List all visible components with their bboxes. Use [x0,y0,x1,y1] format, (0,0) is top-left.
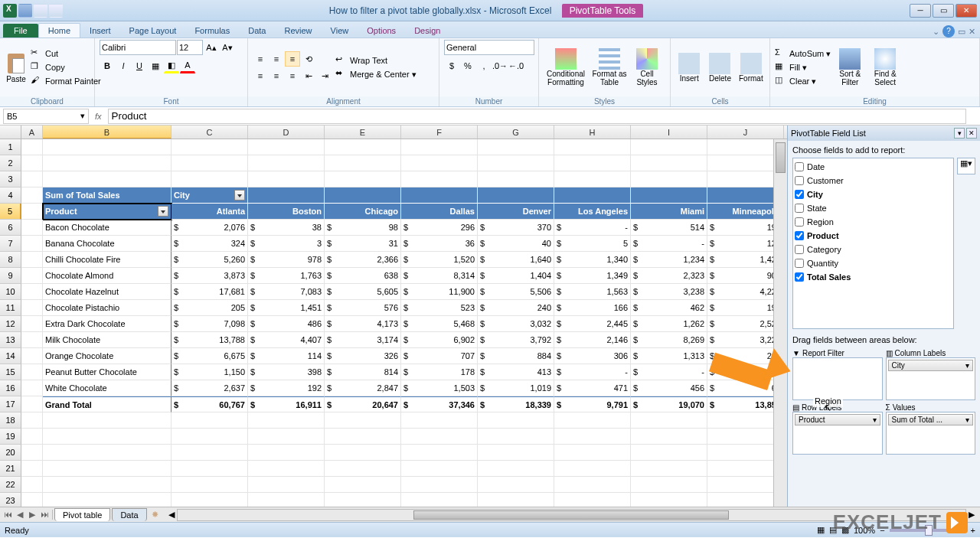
currency-symbol[interactable]: $ [707,220,721,236]
field-item[interactable]: Quantity [795,256,952,270]
cell[interactable] [325,139,401,155]
currency-symbol[interactable]: $ [172,332,185,348]
cell[interactable] [401,412,478,429]
pivot-value[interactable]: - [645,364,707,380]
pivot-value[interactable]: 4,407 [262,332,325,348]
currency-symbol[interactable]: $ [248,332,262,348]
field-item[interactable]: Customer [795,174,952,187]
filter-dropdown-icon[interactable] [158,206,168,217]
row-header[interactable]: 18 [0,412,21,429]
row-labels-area[interactable]: Product▾ [792,412,883,455]
field-item[interactable]: Date [795,160,952,174]
pivot-grand-total-label[interactable]: Grand Total [43,396,172,412]
chevron-down-icon[interactable]: ▾ [873,416,877,424]
currency-symbol[interactable]: $ [631,268,645,284]
cell[interactable] [401,155,478,171]
align-bottom-icon[interactable]: ≡ [285,51,300,67]
pivot-column-header[interactable]: Boston [248,204,325,220]
cell[interactable] [554,493,631,507]
currency-symbol[interactable]: $ [401,316,415,332]
currency-symbol[interactable]: $ [478,284,492,300]
pivot-value[interactable]: 240 [492,300,554,316]
cell[interactable] [21,236,43,252]
cell[interactable] [478,461,554,477]
currency-symbol[interactable]: $ [248,268,262,284]
increase-font-icon[interactable]: A▴ [204,40,219,55]
pivot-value[interactable]: - [645,236,707,252]
currency-symbol[interactable]: $ [248,396,262,412]
find-select-button[interactable]: Find & Select [869,48,901,86]
pivot-value[interactable]: 370 [492,220,554,236]
cell[interactable] [172,493,248,507]
cell[interactable] [631,429,707,445]
chevron-down-icon[interactable]: ▾ [965,416,969,424]
new-sheet-icon[interactable]: ✸ [147,510,163,520]
column-header[interactable]: I [631,126,707,139]
currency-symbol[interactable]: $ [478,364,492,380]
currency-symbol[interactable]: $ [707,300,721,316]
pane-close-icon[interactable]: ✕ [966,128,977,139]
cell[interactable] [172,171,248,187]
currency-symbol[interactable]: $ [325,364,338,380]
pivot-value[interactable]: 166 [568,300,631,316]
currency-symbol[interactable]: $ [248,364,262,380]
cell[interactable] [401,493,478,507]
last-sheet-icon[interactable]: ⏭ [38,510,51,520]
minimize-ribbon-icon[interactable]: ⌄ [933,27,939,37]
filter-dropdown-icon[interactable] [234,190,245,201]
pivot-value[interactable]: 3,792 [492,332,554,348]
zoom-in-icon[interactable]: + [971,526,975,535]
pivot-value[interactable]: 1,563 [568,284,631,300]
currency-symbol[interactable]: $ [478,220,492,236]
decrease-font-icon[interactable]: A▾ [220,40,235,55]
cell[interactable] [172,445,248,461]
decrease-indent-icon[interactable]: ⇤ [301,68,316,83]
cell[interactable] [248,477,325,493]
currency-symbol[interactable]: $ [631,252,645,268]
number-format-combo[interactable] [444,40,534,55]
conditional-formatting-button[interactable]: Conditional Formatting [544,48,588,86]
cell[interactable] [631,155,707,171]
currency-symbol[interactable]: $ [554,268,568,284]
pivot-row-label[interactable]: Chocolate Almond [43,268,172,284]
cell[interactable] [401,171,478,187]
align-left-icon[interactable]: ≡ [253,68,268,83]
cell[interactable] [554,477,631,493]
cell[interactable] [21,204,43,220]
pivot-value[interactable]: 1,404 [492,268,554,284]
maximize-button[interactable]: ▭ [933,4,954,18]
pivot-value[interactable]: 31 [338,236,401,252]
pivot-value[interactable]: 1,640 [492,252,554,268]
cell[interactable] [43,412,172,429]
cell[interactable] [401,429,478,445]
tab-review[interactable]: Review [275,24,321,37]
cell[interactable] [21,493,43,507]
pivot-row-label[interactable]: Bacon Chocolate [43,220,172,236]
pivot-value[interactable]: 3,032 [492,316,554,332]
row-header[interactable]: 16 [0,380,21,396]
pivot-value[interactable]: 114 [262,348,325,364]
cell[interactable] [631,187,707,204]
save-icon[interactable] [18,4,32,18]
fill-color-button[interactable]: ◧ [164,58,179,73]
column-labels-area[interactable]: City▾ [886,357,976,400]
pivot-row-label[interactable]: Orange Chocolate [43,348,172,364]
delete-cells-button[interactable]: Delete [706,53,733,83]
window-restore-icon[interactable]: ▭ [958,27,965,37]
cell[interactable] [554,461,631,477]
cell[interactable] [172,429,248,445]
field-item[interactable]: State [795,201,952,215]
currency-symbol[interactable]: $ [401,332,415,348]
pivot-value[interactable]: 2,637 [185,380,248,396]
cell[interactable] [21,332,43,348]
pivot-value[interactable]: 7,098 [185,316,248,332]
redo-icon[interactable] [49,4,63,18]
currency-symbol[interactable]: $ [478,316,492,332]
cell[interactable] [325,412,401,429]
cell[interactable] [21,348,43,364]
row-header[interactable]: 19 [0,429,21,445]
pivot-value[interactable]: 3 [262,236,325,252]
pivot-row-label[interactable]: Chocolate Pistachio [43,300,172,316]
pivot-value[interactable]: 413 [492,364,554,380]
pivot-column-header[interactable]: Los Angeles [554,204,631,220]
